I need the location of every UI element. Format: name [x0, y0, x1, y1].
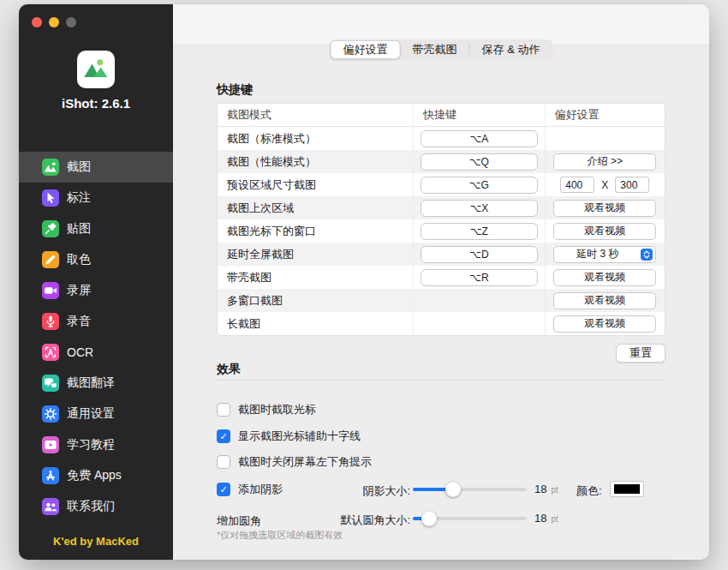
sidebar-item-label: 贴图 — [67, 221, 91, 237]
pref-cell: X — [545, 173, 665, 196]
sidebar-menu: 截图标注贴图取色录屏录音OCR截图翻译通用设置学习教程免费 Apps联系我们 — [19, 152, 173, 522]
contact-icon — [42, 498, 59, 515]
audio-record-icon — [42, 313, 59, 330]
apps-icon — [42, 467, 59, 484]
zoom-button[interactable] — [66, 17, 76, 27]
effect-option-label: 截图时截取光标 — [238, 402, 316, 417]
shortcut-key-button[interactable]: ⌥R — [421, 269, 538, 286]
sidebar-item-screen-record[interactable]: 录屏 — [19, 275, 173, 306]
shortcut-key-button[interactable]: ⌥Q — [421, 153, 538, 171]
watch-video-button[interactable]: 观看视频 — [553, 292, 656, 309]
sidebar-item-label: 学习教程 — [67, 437, 115, 453]
shortcut-row: 截图（标准模式）⌥A — [218, 127, 665, 150]
sidebar-item-label: 通用设置 — [67, 406, 115, 422]
corner-size-slider[interactable] — [413, 508, 527, 529]
intro-button[interactable]: 介绍 >> — [553, 153, 656, 171]
shortcut-key-button[interactable]: ⌥G — [421, 177, 538, 194]
sidebar-item-pin[interactable]: 贴图 — [19, 213, 173, 244]
sidebar-item-screenshot[interactable]: 截图 — [19, 152, 173, 183]
shortcut-row: 延时全屏截图⌥D延时 3 秒 — [218, 243, 665, 266]
delay-dropdown[interactable]: 延时 3 秒 — [553, 246, 656, 263]
pref-cell: 观看视频 — [545, 289, 665, 312]
tab-1[interactable]: 带壳截图 — [401, 40, 469, 59]
column-header: 快捷键 — [413, 104, 544, 126]
minimize-button[interactable] — [49, 17, 59, 27]
mode-label: 预设区域尺寸截图 — [218, 173, 413, 196]
shortcut-key-button[interactable]: ⌥Z — [421, 223, 538, 240]
sidebar-item-audio-record[interactable]: 录音 — [19, 306, 173, 337]
shortcut-cell: ⌥A — [413, 127, 544, 150]
effects-section-title: 效果 — [217, 363, 665, 375]
watch-video-button[interactable]: 观看视频 — [553, 315, 656, 333]
sidebar-item-label: 取色 — [67, 252, 91, 267]
column-header: 偏好设置 — [545, 104, 665, 126]
shortcut-cell: ⌥G — [413, 173, 544, 196]
shortcut-row: 截图光标下的窗口⌥Z观看视频 — [218, 219, 665, 243]
tab-0[interactable]: 偏好设置 — [331, 40, 401, 59]
effect-checkbox[interactable] — [217, 403, 230, 417]
sidebar-item-label: 免费 Apps — [67, 468, 122, 483]
shortcuts-table: 截图模式快捷键偏好设置截图（标准模式）⌥A截图（性能模式）⌥Q介绍 >>预设区域… — [217, 103, 665, 336]
credit-label: K'ed by MacKed — [19, 535, 173, 548]
sidebar-item-color-picker[interactable]: 取色 — [19, 244, 173, 275]
effect-option-row: ✓显示截图光标辅助十字线 — [217, 429, 665, 443]
add-shadow-checkbox[interactable]: ✓ — [217, 483, 230, 496]
tab-2[interactable]: 保存 & 动作 — [470, 40, 552, 59]
shortcut-row: 截图上次区域⌥X观看视频 — [218, 196, 665, 219]
shadow-size-slider[interactable] — [413, 479, 527, 500]
sidebar-item-settings[interactable]: 通用设置 — [19, 399, 173, 429]
sidebar-item-tutorial[interactable]: 学习教程 — [19, 429, 173, 460]
pref-cell: 观看视频 — [545, 266, 665, 289]
corner-size-label: 默认圆角大小: — [340, 513, 410, 528]
shortcuts-section-title: 快捷键 — [217, 83, 665, 96]
stepper-icon — [641, 249, 653, 261]
sidebar-item-label: OCR — [67, 345, 93, 359]
effect-checkbox[interactable]: ✓ — [217, 429, 230, 443]
settings-icon — [42, 405, 59, 423]
pref-cell: 观看视频 — [545, 312, 665, 335]
sidebar-item-label: 录音 — [67, 314, 91, 329]
add-shadow-label: 添加阴影 — [238, 482, 283, 497]
effect-option-row: 截图时截取光标 — [217, 403, 665, 417]
slider-thumb[interactable] — [421, 511, 437, 526]
screenshot-icon — [42, 159, 59, 176]
shortcut-cell — [413, 289, 544, 312]
effects-divider — [217, 380, 665, 381]
shortcut-key-button[interactable]: ⌥D — [421, 246, 538, 263]
watch-video-button[interactable]: 观看视频 — [553, 223, 656, 240]
shortcut-key-button[interactable]: ⌥X — [421, 200, 538, 217]
delay-dropdown-value: 延时 3 秒 — [554, 247, 641, 261]
app-logo-icon — [77, 51, 115, 88]
translate-icon — [42, 375, 59, 392]
pin-icon — [42, 220, 59, 237]
shortcut-row: 多窗口截图观看视频 — [218, 289, 665, 312]
sidebar-item-label: 截图 — [67, 159, 91, 175]
sidebar-item-contact[interactable]: 联系我们 — [19, 491, 173, 522]
pref-cell — [545, 127, 665, 150]
shortcut-key-button[interactable]: ⌥A — [421, 130, 538, 147]
shortcut-row: 带壳截图⌥R观看视频 — [218, 266, 665, 289]
shadow-color-well[interactable] — [610, 481, 644, 497]
preset-size-controls: X — [560, 177, 649, 193]
annotate-icon — [42, 189, 59, 207]
sidebar-item-ocr[interactable]: OCR — [19, 337, 173, 368]
preferences-sheet: 快捷键 截图模式快捷键偏好设置截图（标准模式）⌥A截图（性能模式）⌥Q介绍 >>… — [217, 83, 665, 541]
close-button[interactable] — [32, 17, 42, 27]
size-height-input[interactable] — [615, 177, 649, 193]
sidebar-item-translate[interactable]: 截图翻译 — [19, 368, 173, 399]
sidebar-item-apps[interactable]: 免费 Apps — [19, 460, 173, 491]
mode-label: 截图光标下的窗口 — [218, 219, 413, 243]
watch-video-button[interactable]: 观看视频 — [553, 269, 656, 286]
table-header-row: 截图模式快捷键偏好设置 — [218, 104, 665, 127]
mode-label: 截图（性能模式） — [218, 150, 413, 173]
reset-button[interactable]: 重置 — [616, 344, 665, 363]
shortcut-cell: ⌥X — [413, 196, 544, 219]
watch-video-button[interactable]: 观看视频 — [553, 200, 656, 217]
sidebar-item-annotate[interactable]: 标注 — [19, 183, 173, 213]
shadow-option: ✓ 添加阴影 — [217, 483, 283, 496]
effect-checkbox[interactable] — [217, 455, 230, 469]
pref-cell: 观看视频 — [545, 196, 665, 219]
size-width-input[interactable] — [560, 177, 594, 193]
slider-thumb[interactable] — [445, 482, 461, 497]
corner-size-value: 18 pt — [534, 512, 558, 525]
